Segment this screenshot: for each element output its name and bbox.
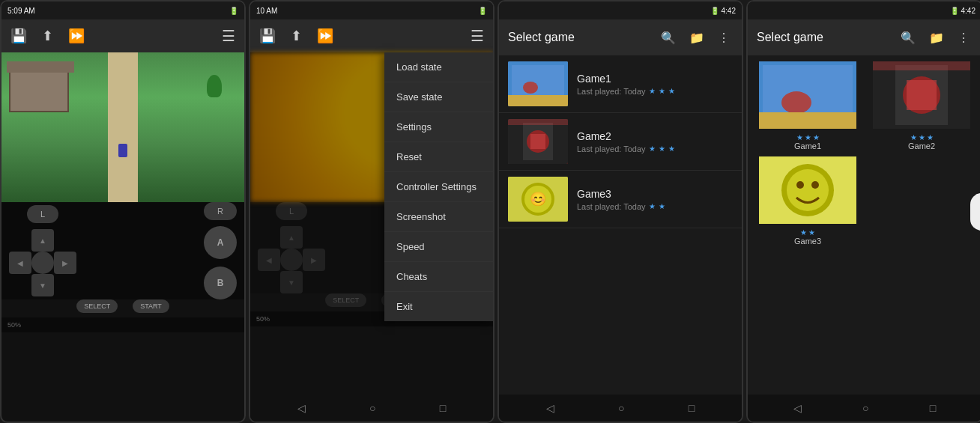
menu-cheats[interactable]: Cheats xyxy=(384,262,493,292)
dpad-up-2[interactable]: ▲ xyxy=(280,226,303,249)
folder-icon-4[interactable]: 📁 xyxy=(926,28,947,48)
context-menu-2: Load state Save state Settings Reset Con… xyxy=(384,52,493,321)
start-button-1[interactable]: START xyxy=(133,299,169,313)
game-grid-item-2[interactable]: ★ ★ ★ Game2 xyxy=(868,61,976,150)
game-grid-thumb-3 xyxy=(754,156,862,224)
status-bar-2: 10 AM 🔋 xyxy=(250,1,493,19)
battery-icons-3: 🔋 4:42 xyxy=(710,7,736,15)
game-last-played-2: Last played: Today ★ ★ ★ xyxy=(577,144,733,153)
toolbar-1: 💾 ⬆ ⏩ ☰ xyxy=(1,19,244,52)
percent-1: 50% xyxy=(7,321,21,329)
game-thumb-3: 😊 xyxy=(508,177,568,222)
recent-nav-4[interactable]: □ xyxy=(930,402,936,414)
game-info-1: Game1 Last played: Today ★ ★ ★ xyxy=(577,73,733,96)
scroll-fab-4[interactable] xyxy=(970,193,980,231)
game-grid-thumb-1 xyxy=(754,61,862,129)
back-nav-2[interactable]: ◁ xyxy=(297,402,306,414)
phone-4: 🔋 4:42 Select game 🔍 📁 ⋮ xyxy=(746,0,980,423)
dpad-1[interactable]: ▲ ◀ ▶ ▼ xyxy=(9,229,76,296)
game-last-played-3: Last played: Today ★ ★ xyxy=(577,202,733,211)
recent-nav-3[interactable]: □ xyxy=(689,402,695,414)
controls-1: L ▲ ◀ ▶ ▼ R A B xyxy=(1,202,244,299)
select-button-2[interactable]: SELECT xyxy=(325,293,366,307)
select-game-title-3: Select game xyxy=(508,31,650,44)
game-grid-stars-1: ★ ★ ★ xyxy=(796,133,820,141)
svg-rect-16 xyxy=(759,112,856,129)
menu-load-state[interactable]: Load state xyxy=(384,52,493,82)
game-name-1: Game1 xyxy=(577,73,733,85)
status-bar-1: 5:09 AM 🔋 xyxy=(1,1,244,19)
svg-rect-7 xyxy=(530,134,545,149)
folder-icon-3[interactable]: 📁 xyxy=(686,28,707,48)
battery-icon-2: 🔋 xyxy=(478,7,487,15)
a-button-1[interactable]: A xyxy=(204,226,237,259)
game-grid-name-1: Game1 xyxy=(794,141,821,150)
svg-rect-3 xyxy=(508,95,568,106)
nav-bar-2: ◁ ○ □ xyxy=(250,395,493,422)
svg-point-15 xyxy=(781,91,811,114)
back-nav-3[interactable]: ◁ xyxy=(546,402,554,414)
menu-reset[interactable]: Reset xyxy=(384,142,493,172)
status-bar-4: 🔋 4:42 xyxy=(748,1,980,19)
menu-screenshot[interactable]: Screenshot xyxy=(384,202,493,232)
game-list-item-1[interactable]: Game1 Last played: Today ★ ★ ★ xyxy=(499,55,742,113)
phone-3: 🔋 4:42 Select game 🔍 📁 ⋮ xyxy=(497,0,743,423)
dpad-right-2[interactable]: ▶ xyxy=(303,249,325,271)
fast-forward-icon-1[interactable]: ⏩ xyxy=(65,25,88,47)
home-nav-2[interactable]: ○ xyxy=(369,402,375,414)
menu-icon-1[interactable]: ☰ xyxy=(219,24,238,48)
dpad-left-2[interactable]: ◀ xyxy=(258,249,280,271)
dpad-2[interactable]: ▲ ◀ ▶ ▼ xyxy=(258,226,325,293)
game-character xyxy=(118,144,127,157)
select-button-1[interactable]: SELECT xyxy=(76,299,118,313)
search-icon-3[interactable]: 🔍 xyxy=(658,28,679,48)
home-nav-3[interactable]: ○ xyxy=(618,402,624,414)
svg-rect-20 xyxy=(907,80,937,110)
status-bottom-1: 50% xyxy=(1,317,244,332)
more-icon-3[interactable]: ⋮ xyxy=(715,28,733,48)
action-buttons-1: A B xyxy=(204,226,237,299)
svg-point-25 xyxy=(796,181,804,189)
menu-exit[interactable]: Exit xyxy=(384,292,493,321)
game-grid-item-1[interactable]: ★ ★ ★ Game1 xyxy=(754,61,862,150)
save-icon-1[interactable]: 💾 xyxy=(7,25,30,47)
dpad-down-2[interactable]: ▼ xyxy=(280,271,303,293)
game-list-item-2[interactable]: Game2 Last played: Today ★ ★ ★ xyxy=(499,113,742,171)
game-name-3: Game3 xyxy=(577,188,733,200)
dpad-left-1[interactable]: ◀ xyxy=(9,252,31,274)
save-icon-2[interactable]: 💾 xyxy=(256,25,279,47)
svg-text:😊: 😊 xyxy=(530,191,547,207)
r-button-1[interactable]: R xyxy=(204,202,237,220)
b-button-1[interactable]: B xyxy=(204,267,237,299)
game-grid-item-3[interactable]: ★ ★ Game3 xyxy=(754,156,862,246)
more-icon-4[interactable]: ⋮ xyxy=(955,28,973,48)
back-nav-4[interactable]: ◁ xyxy=(793,402,802,414)
svg-point-24 xyxy=(787,169,829,211)
l-button-1[interactable]: L xyxy=(27,205,58,223)
menu-save-state[interactable]: Save state xyxy=(384,82,493,112)
select-game-header-3: Select game 🔍 📁 ⋮ xyxy=(499,19,742,55)
menu-speed[interactable]: Speed xyxy=(384,232,493,262)
menu-settings[interactable]: Settings xyxy=(384,112,493,142)
upload-icon-1[interactable]: ⬆ xyxy=(39,25,56,47)
game-grid-name-3: Game3 xyxy=(794,237,821,246)
game-thumb-1 xyxy=(508,61,568,106)
percent-2: 50% xyxy=(256,315,270,323)
l-button-2[interactable]: L xyxy=(276,202,307,220)
search-icon-4[interactable]: 🔍 xyxy=(898,28,919,48)
game-name-2: Game2 xyxy=(577,130,733,142)
menu-icon-2[interactable]: ☰ xyxy=(468,24,487,48)
toolbar-2: 💾 ⬆ ⏩ ☰ xyxy=(250,19,493,52)
select-game-screen-3: 🔋 4:42 Select game 🔍 📁 ⋮ xyxy=(499,1,742,422)
dpad-center-1 xyxy=(31,252,54,274)
menu-controller-settings[interactable]: Controller Settings xyxy=(384,172,493,202)
dpad-right-1[interactable]: ▶ xyxy=(54,252,76,274)
game-grid-name-2: Game2 xyxy=(908,141,935,150)
home-nav-4[interactable]: ○ xyxy=(862,402,868,414)
dpad-up-1[interactable]: ▲ xyxy=(31,229,54,252)
upload-icon-2[interactable]: ⬆ xyxy=(288,25,305,47)
game-list-item-3[interactable]: 😊 Game3 Last played: Today ★ ★ xyxy=(499,171,742,228)
recent-nav-2[interactable]: □ xyxy=(440,402,446,414)
dpad-down-1[interactable]: ▼ xyxy=(31,274,54,296)
fast-forward-icon-2[interactable]: ⏩ xyxy=(314,25,336,47)
